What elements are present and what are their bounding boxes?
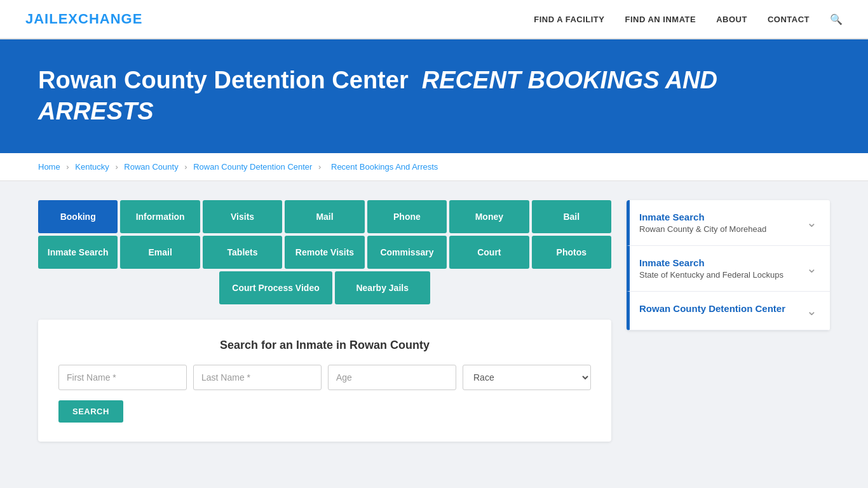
first-name-input[interactable] xyxy=(58,365,187,390)
chevron-down-icon-3: ⌄ xyxy=(806,303,817,318)
breadcrumb-current: Recent Bookings And Arrests xyxy=(331,162,438,172)
sidebar-item-title-3: Rowan County Detention Center xyxy=(639,303,800,314)
sidebar-item-rowan-search[interactable]: Inmate Search Rowan County & City of Mor… xyxy=(627,200,830,246)
last-name-input[interactable] xyxy=(193,365,322,390)
search-fields: Race White Black Hispanic Asian Other xyxy=(58,365,591,390)
nav-find-facility[interactable]: FIND A FACILITY xyxy=(534,15,604,24)
nav-about[interactable]: ABOUT xyxy=(716,15,747,24)
tab-information[interactable]: Information xyxy=(120,200,200,233)
hero-banner: Rowan County Detention Center RECENT BOO… xyxy=(0,39,868,153)
chevron-down-icon-2: ⌄ xyxy=(806,261,817,276)
breadcrumb-kentucky[interactable]: Kentucky xyxy=(75,162,109,172)
tab-nearby-jails[interactable]: Nearby Jails xyxy=(335,271,430,304)
chevron-down-icon: ⌄ xyxy=(806,215,817,230)
tab-mail[interactable]: Mail xyxy=(285,200,364,233)
tab-visits[interactable]: Visits xyxy=(203,200,282,233)
tab-remote-visits[interactable]: Remote Visits xyxy=(285,236,364,269)
tab-tablets[interactable]: Tablets xyxy=(203,236,282,269)
breadcrumb-detention-center[interactable]: Rowan County Detention Center xyxy=(193,162,312,172)
tab-email[interactable]: Email xyxy=(120,236,200,269)
inmate-search-box: Search for an Inmate in Rowan County Rac… xyxy=(38,320,611,442)
main-content: Booking Information Visits Mail Phone Mo… xyxy=(0,181,868,461)
tab-commissary[interactable]: Commissary xyxy=(367,236,447,269)
breadcrumb-home[interactable]: Home xyxy=(38,162,60,172)
nav-contact[interactable]: CONTACT xyxy=(768,15,810,24)
tab-court-process-video[interactable]: Court Process Video xyxy=(219,271,332,304)
tab-court[interactable]: Court xyxy=(449,236,529,269)
breadcrumb-rowan-county[interactable]: Rowan County xyxy=(124,162,178,172)
search-icon[interactable]: 🔍 xyxy=(830,13,843,25)
sidebar-item-title-1: Inmate Search xyxy=(639,212,800,222)
left-column: Booking Information Visits Mail Phone Mo… xyxy=(38,200,611,442)
sidebar-item-subtitle-1: Rowan County & City of Morehead xyxy=(639,224,800,234)
age-input[interactable] xyxy=(328,365,456,390)
tab-booking[interactable]: Booking xyxy=(38,200,118,233)
tab-phone[interactable]: Phone xyxy=(367,200,447,233)
logo-exchange: EXCHANGE xyxy=(58,11,143,27)
tab-bail[interactable]: Bail xyxy=(532,200,611,233)
right-sidebar: Inmate Search Rowan County & City of Mor… xyxy=(627,200,830,330)
site-header: JAILEXCHANGE FIND A FACILITY FIND AN INM… xyxy=(0,0,868,39)
tab-inmate-search[interactable]: Inmate Search xyxy=(38,236,118,269)
sidebar-item-subtitle-2: State of Kentucky and Federal Lockups xyxy=(639,270,800,280)
tab-row-2: Inmate Search Email Tablets Remote Visit… xyxy=(38,236,611,269)
tab-money[interactable]: Money xyxy=(449,200,529,233)
breadcrumb: Home › Kentucky › Rowan County › Rowan C… xyxy=(0,153,868,181)
site-logo[interactable]: JAILEXCHANGE xyxy=(25,11,142,27)
sidebar-item-detention-center[interactable]: Rowan County Detention Center ⌄ xyxy=(627,292,830,330)
search-button[interactable]: SEARCH xyxy=(58,400,123,423)
logo-jail: JAIL xyxy=(25,11,58,27)
race-select[interactable]: Race White Black Hispanic Asian Other xyxy=(463,365,591,390)
page-title: Rowan County Detention Center RECENT BOO… xyxy=(38,65,830,128)
nav-find-inmate[interactable]: FIND AN INMATE xyxy=(625,15,696,24)
main-nav: FIND A FACILITY FIND AN INMATE ABOUT CON… xyxy=(534,13,843,25)
sidebar-item-title-2: Inmate Search xyxy=(639,257,800,268)
tab-row-1: Booking Information Visits Mail Phone Mo… xyxy=(38,200,611,233)
tab-row-3: Court Process Video Nearby Jails xyxy=(38,271,611,304)
sidebar-item-kentucky-search[interactable]: Inmate Search State of Kentucky and Fede… xyxy=(627,246,830,292)
tab-photos[interactable]: Photos xyxy=(532,236,611,269)
search-title: Search for an Inmate in Rowan County xyxy=(58,339,591,352)
